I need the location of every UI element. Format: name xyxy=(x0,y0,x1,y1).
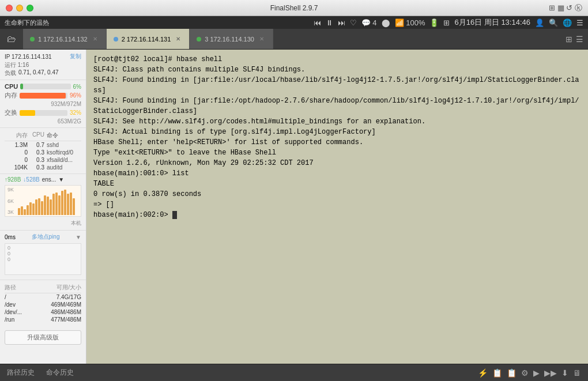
terminal[interactable]: [root@tjt02 local]# hbase shellSLF4J: Cl… xyxy=(86,50,588,364)
ping-graph: 0 0 0 xyxy=(5,243,81,275)
swap-progress-bg xyxy=(20,110,67,116)
tab-path-history[interactable]: 路径历史 xyxy=(7,365,35,380)
sidebar-mem-percent: 96% xyxy=(70,92,81,99)
terminal-cursor xyxy=(172,211,177,219)
lightning-icon[interactable]: ⚡ xyxy=(478,368,488,378)
process-row-0: 1.3M 0.7 sshd xyxy=(5,141,81,149)
prev-icon[interactable]: ⏮ xyxy=(314,18,321,27)
col-mem-header: 内存 xyxy=(5,131,28,139)
sidebar-ping-section: 0ms 多地点ping ▼ 0 0 0 xyxy=(0,231,86,280)
terminal-line: SLF4J: See http://www.slf4j.org/codes.ht… xyxy=(93,116,581,127)
sidebar-load-label: 负载 xyxy=(5,69,16,77)
sidebar-cpu-row: CPU 6% xyxy=(5,82,81,90)
tab-2[interactable]: 2 172.16.114.131 ✕ xyxy=(107,29,190,49)
grid-view-icon[interactable]: ⊞ xyxy=(566,35,572,44)
user-icon[interactable]: 👤 xyxy=(535,18,544,27)
close-button[interactable] xyxy=(6,5,13,12)
disk-size-root: 7.4G/17G xyxy=(30,294,81,300)
tab-3[interactable]: 3 172.16.114.130 ✕ xyxy=(190,29,273,49)
tab-cmd-history[interactable]: 命令历史 xyxy=(46,365,74,380)
proc-mem-3: 104K xyxy=(5,164,28,171)
proc-cpu-2: 0.3 xyxy=(30,157,44,163)
ping-y-labels: 0 0 0 xyxy=(5,244,81,263)
maximize-button[interactable] xyxy=(27,5,33,12)
tab-2-close[interactable]: ✕ xyxy=(174,35,182,43)
upgrade-button[interactable]: 升级高级版 xyxy=(5,330,81,345)
minimize-button[interactable] xyxy=(16,5,23,12)
net-down: ↓528B xyxy=(23,176,39,183)
multi-ping-btn[interactable]: 多地点ping xyxy=(32,233,60,241)
mem-progress-fill xyxy=(20,93,66,99)
terminal-line: SLF4J: Class path contains multiple SLF4… xyxy=(93,65,581,75)
monitor-icon[interactable]: 🖥 xyxy=(573,368,581,378)
search-icon[interactable]: 🔍 xyxy=(549,18,558,27)
disk-path-run: /run xyxy=(5,316,28,323)
wifi-icon: 📶 100% xyxy=(395,18,425,27)
next-icon[interactable]: ⏭ xyxy=(338,18,345,27)
system-controls: ⏮ ⏸ ⏭ ♡ 💬 4 ⬤ 📶 100% 🔋 ⊞ 6月16日 周日 13:14:… xyxy=(314,17,583,28)
disk-path-dev: /dev xyxy=(5,301,28,308)
tab-1[interactable]: 1 172.16.114.132 ✕ xyxy=(23,29,107,49)
disk-path-dev2: /dev/... xyxy=(5,309,28,315)
net-y-9k: 9K xyxy=(7,187,14,193)
sidebar-copy-btn[interactable]: 复制 xyxy=(70,52,81,61)
pause-icon[interactable]: ⏸ xyxy=(326,18,333,27)
terminal-line: 0 row(s) in 0.3870 seconds xyxy=(93,189,581,199)
traffic-lights xyxy=(6,5,33,12)
net-y-6k: 6K xyxy=(7,198,14,204)
process-row-3: 104K 0.3 auditd xyxy=(5,164,81,171)
disk-size-dev2: 486M/486M xyxy=(30,309,81,315)
net-interface: ens... xyxy=(42,176,56,183)
folder-icon[interactable]: 🗁 xyxy=(0,29,23,49)
bottom-bar: 路径历史 命令历史 ⚡ 📋 📋 ⚙ ▶ ▶▶ ⬇ 🖥 xyxy=(0,364,588,381)
menu-icon[interactable]: ☰ xyxy=(576,18,583,27)
tab-bar: 🗁 1 172.16.114.132 ✕ 2 172.16.114.131 ✕ … xyxy=(0,29,588,50)
disk-row-root: / 7.4G/17G xyxy=(5,293,81,301)
net-stats-row: ↑928B ↓528B ens... ▼ xyxy=(5,176,81,183)
tab-3-close[interactable]: ✕ xyxy=(258,35,266,43)
net-expand-icon[interactable]: ▼ xyxy=(58,176,64,183)
terminal-line: SLF4J: Actual binding is of type [org.sl… xyxy=(93,127,581,137)
terminal-line: Type "exit<RETURN>" to leave the HBase S… xyxy=(93,148,581,158)
chat-icon[interactable]: 💬 4 xyxy=(361,18,377,27)
sidebar-process-section: 内存 CPU 命令 1.3M 0.7 sshd 0 0.3 ksoftirqd/… xyxy=(0,128,86,174)
process-row-1: 0 0.3 ksoftirqd/0 xyxy=(5,149,81,156)
heart-icon[interactable]: ♡ xyxy=(350,18,357,27)
proc-cpu-3: 0.3 xyxy=(30,164,44,171)
disk-row-dev: /dev 469M/469M xyxy=(5,301,81,308)
tab-right-icons: ⊞ ☰ xyxy=(561,29,588,49)
ping-row: 0ms 多地点ping ▼ xyxy=(5,233,81,241)
proc-cmd-0: sshd xyxy=(47,142,81,148)
tab-3-label: 3 172.16.114.130 xyxy=(205,36,254,43)
sidebar-ip: IP 172.16.114.131 xyxy=(5,54,52,60)
ping-expand-icon[interactable]: ▼ xyxy=(76,234,81,240)
terminal-line: hbase(main):001:0> list xyxy=(93,168,581,179)
sidebar-load-row: 负载 0.71, 0.47, 0.47 xyxy=(5,69,81,77)
proc-cpu-1: 0.3 xyxy=(30,149,44,156)
bottom-tabs: 路径历史 命令历史 xyxy=(7,365,74,380)
net-graph: 9K 6K 3K xyxy=(5,185,81,217)
proc-mem-2: 0 xyxy=(5,157,28,163)
download-icon[interactable]: ⬇ xyxy=(561,368,568,378)
list-view-icon[interactable]: ☰ xyxy=(576,35,583,44)
ping-value: 0ms xyxy=(5,234,16,240)
col-cpu-header: CPU xyxy=(30,131,44,139)
settings-icon[interactable]: ⚙ xyxy=(521,368,529,378)
play-icon[interactable]: ▶ xyxy=(533,368,540,378)
tab-1-close[interactable]: ✕ xyxy=(91,35,99,43)
topbar-icons: ⊞ ▦ ↺ ⓚ xyxy=(549,3,582,13)
topbar-right: ⊞ ▦ ↺ ⓚ xyxy=(549,3,582,13)
copy-icon-1[interactable]: 📋 xyxy=(492,368,502,378)
sidebar-mem-label: 内存 xyxy=(5,91,17,100)
network-icon[interactable]: 🌐 xyxy=(563,18,572,27)
sidebar-run: 运行 1:16 xyxy=(5,61,81,69)
tab-status-dot xyxy=(197,37,201,42)
sidebar-mem-row: 内存 96% xyxy=(5,90,81,100)
tab-1-label: 1 172.16.114.132 xyxy=(38,36,88,43)
copy-icon-2[interactable]: 📋 xyxy=(507,368,517,378)
sidebar-metrics-section: CPU 6% 内存 96% 932M/972M 交换 xyxy=(0,80,86,128)
grid-icon: ⊞ xyxy=(443,18,450,27)
disk-size-header: 可用/大小 xyxy=(30,284,81,292)
date-time: 6月16日 周日 13:14:46 xyxy=(454,17,530,28)
fast-forward-icon[interactable]: ▶▶ xyxy=(544,368,557,378)
